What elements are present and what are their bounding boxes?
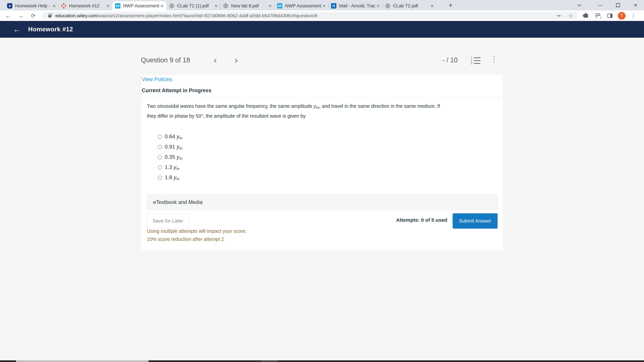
wileyplus-favicon-icon: WP <box>277 3 282 8</box>
attempt-status-heading: Current Attempt in Progress <box>142 87 212 93</box>
tab-clab-t2-pdf[interactable]: CLab T2.pdf × <box>382 1 436 10</box>
answer-option-4[interactable]: 1.3 ym <box>158 162 182 173</box>
answer-option-1[interactable]: 0.64 ym <box>158 132 182 142</box>
window-maximize-button[interactable] <box>612 0 624 10</box>
option-label: 1.8 ym <box>165 174 180 181</box>
answer-option-5[interactable]: 1.8 ym <box>158 173 182 183</box>
tab-title: NWP Assessment Pla <box>123 3 159 8</box>
scrollbar-segment <box>261 360 278 362</box>
tab-close-icon[interactable]: × <box>430 3 434 8</box>
tab-homework-12[interactable]: Homework #12 × <box>58 1 112 10</box>
question-card: View Policies Current Attempt in Progres… <box>141 75 503 251</box>
globe-favicon-icon <box>223 3 228 8</box>
tab-mail-arnold[interactable]: O Mail - Arnold, Trace - × <box>328 1 382 10</box>
back-arrow-icon[interactable]: ← <box>13 25 21 34</box>
window-minimize-button[interactable]: — <box>594 0 606 10</box>
tab-title: New lab 8.pdf <box>231 3 267 8</box>
option-label: 1.3 ym <box>165 164 180 171</box>
browser-reload-button[interactable]: ⟳ <box>28 10 38 21</box>
wileyplus-favicon-icon: WP <box>115 3 120 8</box>
answer-option-2[interactable]: 0.91 ym <box>158 142 182 152</box>
extensions-puzzle-icon[interactable] <box>581 10 591 21</box>
scrollbar-thumb[interactable] <box>16 360 148 362</box>
question-options-kebab-icon[interactable]: ⋮ <box>490 55 498 63</box>
question-score: - / 10 <box>442 56 458 64</box>
tab-title: CLab T2 (1).pdf <box>177 3 213 8</box>
submit-answer-button[interactable]: Submit Answer <box>453 213 498 229</box>
tab-close-icon[interactable]: × <box>214 3 218 8</box>
radio-button[interactable] <box>158 176 162 180</box>
answer-options: 0.64 ym 0.91 ym 0.35 ym 1.3 ym 1.8 ym <box>158 132 182 183</box>
question-line-1: Two sinusoidal waves have the same angul… <box>147 102 501 112</box>
side-panel-icon[interactable] <box>605 10 615 21</box>
tab-title: NWP Assessment Pla <box>285 3 321 8</box>
assignment-title: Homework #12 <box>28 26 73 33</box>
option-label: 0.35 ym <box>165 154 182 161</box>
new-tab-button[interactable]: + <box>446 1 455 9</box>
next-question-button[interactable] <box>229 55 242 67</box>
canvas-favicon-icon <box>61 3 66 8</box>
radio-button[interactable] <box>158 155 162 159</box>
browser-menu-kebab-icon[interactable]: ⋮ <box>628 10 638 21</box>
question-navigation-bar: Question 9 of 18 - / 10 1 2 3 ⋮ <box>0 55 644 67</box>
browser-back-button[interactable]: ← <box>3 10 13 21</box>
tab-clab-t2-1-pdf[interactable]: CLab T2 (1).pdf × <box>166 1 220 10</box>
attempts-counter: Attempts: 0 of 5 used <box>396 217 447 223</box>
globe-favicon-icon <box>385 3 390 8</box>
browser-forward-button[interactable]: → <box>16 10 26 21</box>
tab-close-icon[interactable]: × <box>268 3 272 8</box>
tab-strip: ★ Homework Help - Q& × Homework #12 × WP… <box>4 0 436 10</box>
outlook-favicon-icon: O <box>331 3 336 8</box>
question-line-2: they differ in phase by 50°, the amplitu… <box>147 112 501 120</box>
share-icon[interactable]: ↪ <box>554 12 563 19</box>
url-text: education.wiley.com/was/ui/v2/assessment… <box>55 13 317 18</box>
radio-button[interactable] <box>158 165 162 170</box>
tab-close-icon[interactable]: × <box>322 3 326 8</box>
tab-close-icon[interactable]: × <box>106 3 110 8</box>
question-text: Two sinusoidal waves have the same angul… <box>147 102 501 120</box>
profile-avatar[interactable]: T <box>617 10 627 21</box>
tab-nwp-assessment-2[interactable]: WP NWP Assessment Pla × <box>274 1 328 10</box>
browser-tab-bar: ★ Homework Help - Q& × Homework #12 × WP… <box>0 0 644 10</box>
tab-title: CLab T2.pdf <box>393 3 429 8</box>
tab-title: Homework Help - Q& <box>15 3 51 8</box>
tab-title: Mail - Arnold, Trace - <box>339 3 375 8</box>
radio-button[interactable] <box>158 135 162 139</box>
answer-option-3[interactable]: 0.35 ym <box>158 152 182 162</box>
etextbook-media-label: eTextbook and Media <box>153 199 202 205</box>
assignment-header: ← Homework #12 <box>0 21 644 38</box>
question-list-icon[interactable]: 1 2 3 <box>470 56 482 65</box>
option-label: 0.64 ym <box>165 133 182 140</box>
tab-title: Homework #12 <box>69 3 105 8</box>
tab-new-lab-8-pdf[interactable]: New lab 8.pdf × <box>220 1 274 10</box>
tab-homework-help[interactable]: ★ Homework Help - Q& × <box>4 1 58 10</box>
tab-close-icon[interactable]: × <box>160 3 164 8</box>
url-omnibox[interactable]: education.wiley.com/was/ui/v2/assessment… <box>42 12 578 19</box>
globe-favicon-icon <box>169 3 174 8</box>
shield-star-favicon-icon: ★ <box>7 3 12 8</box>
etextbook-media-accordion[interactable]: eTextbook and Media <box>147 195 498 210</box>
bookmark-star-icon[interactable]: ☆ <box>566 12 576 19</box>
multiple-attempts-warning: Using multiple attempts will impact your… <box>147 228 247 234</box>
tab-nwp-assessment-active[interactable]: WP NWP Assessment Pla × <box>112 1 166 10</box>
option-label: 0.91 ym <box>165 144 182 150</box>
save-for-later-button[interactable]: Save for Later <box>147 213 189 229</box>
tab-close-icon[interactable]: × <box>376 3 380 8</box>
window-close-button[interactable]: × <box>630 0 642 10</box>
question-counter: Question 9 of 18 <box>141 56 190 64</box>
media-controls-icon[interactable]: ♪ <box>593 10 603 21</box>
tab-search-chevron-icon[interactable] <box>574 0 585 10</box>
browser-address-bar: ← → ⟳ education.wiley.com/was/ui/v2/asse… <box>0 10 644 21</box>
score-reduction-warning: 10% score reduction after attempt 2 <box>147 237 224 242</box>
horizontal-scrollbar[interactable] <box>0 360 644 362</box>
lock-icon[interactable] <box>48 15 51 17</box>
view-policies-link[interactable]: View Policies <box>142 76 172 82</box>
radio-button[interactable] <box>158 145 162 149</box>
previous-question-button[interactable] <box>209 55 223 67</box>
tab-close-icon[interactable]: × <box>52 3 56 8</box>
